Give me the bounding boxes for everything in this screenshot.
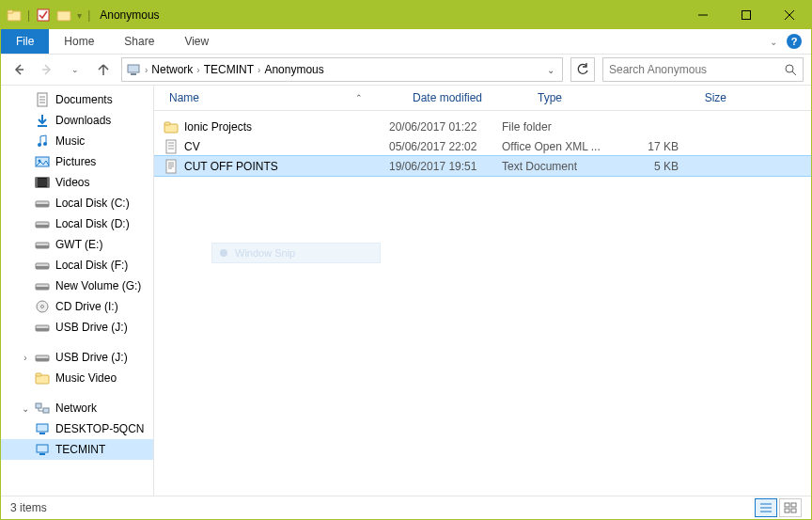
file-row[interactable]: CV05/06/2017 22:02Office Open XML ...17 … <box>154 136 811 156</box>
column-date[interactable]: Date modified <box>407 86 532 110</box>
tree-item-label: Network <box>54 402 97 415</box>
svg-rect-32 <box>36 245 49 248</box>
svg-rect-26 <box>47 178 49 187</box>
search-placeholder: Search Anonymous <box>609 63 707 76</box>
breadcrumb-item[interactable]: Anonymous <box>264 63 323 76</box>
tree-item[interactable]: Music Video <box>1 368 153 388</box>
svg-rect-11 <box>131 73 136 75</box>
close-button[interactable] <box>768 1 811 29</box>
music-icon <box>35 134 50 149</box>
file-row[interactable]: CUT OFF POINTS19/06/2017 19:51Text Docum… <box>154 156 811 176</box>
tree-item[interactable]: New Volume (G:) <box>1 276 153 296</box>
expand-icon[interactable]: ⌄ <box>20 403 31 414</box>
tree-item-label: DESKTOP-5QCN <box>54 422 144 435</box>
tree-item[interactable]: Pictures <box>1 151 153 172</box>
chevron-right-icon[interactable]: › <box>196 65 199 75</box>
file-date: 05/06/2017 22:02 <box>389 140 502 153</box>
svg-rect-34 <box>36 266 49 269</box>
svg-rect-28 <box>36 204 49 207</box>
column-name[interactable]: Name⌃ <box>164 86 407 110</box>
address-bar[interactable]: › Network › TECMINT › Anonymous ⌄ <box>121 57 563 82</box>
tree-item-label: GWT (E:) <box>54 238 102 251</box>
back-button[interactable] <box>8 59 29 80</box>
tree-item[interactable]: ⌄Network <box>1 398 153 418</box>
svg-rect-68 <box>791 509 796 512</box>
status-bar: 3 items <box>1 496 811 519</box>
refresh-button[interactable] <box>570 57 595 82</box>
recent-dropdown[interactable]: ⌄ <box>65 59 86 80</box>
folder-icon <box>35 370 50 386</box>
pic-icon <box>35 154 50 169</box>
details-view-button[interactable] <box>755 498 777 517</box>
svg-point-20 <box>43 142 47 146</box>
expand-icon[interactable]: › <box>20 353 31 363</box>
divider: | <box>27 8 30 22</box>
maximize-button[interactable] <box>725 1 768 29</box>
ribbon-expand-icon[interactable]: ⌄ <box>770 37 777 47</box>
tree-item-label: USB Drive (J:) <box>54 351 128 364</box>
up-button[interactable] <box>93 59 114 80</box>
file-rows[interactable]: Ionic Projects20/06/2017 01:22File folde… <box>154 111 811 496</box>
tree-item[interactable]: Local Disk (C:) <box>1 193 153 213</box>
tree-item[interactable]: CD Drive (I:) <box>1 296 153 317</box>
pc-icon <box>35 421 50 436</box>
share-tab[interactable]: Share <box>109 29 169 54</box>
file-type: Office Open XML ... <box>502 140 615 153</box>
folder-small-icon[interactable] <box>56 8 71 23</box>
column-type[interactable]: Type <box>532 86 657 110</box>
tree-item[interactable]: ›USB Drive (J:) <box>1 347 153 368</box>
ghost-snip-hint: Window Snip <box>211 243 381 263</box>
tree-item[interactable]: GWT (E:) <box>1 234 153 255</box>
file-name: Ionic Projects <box>184 120 252 134</box>
file-size: 5 KB <box>615 160 679 173</box>
tree-item-label: Music <box>54 134 85 148</box>
tree-item-label: Documents <box>54 93 113 106</box>
file-row[interactable]: Ionic Projects20/06/2017 01:22File folde… <box>154 117 811 136</box>
tree-item[interactable]: Local Disk (D:) <box>1 213 153 234</box>
divider: | <box>87 8 90 22</box>
properties-icon[interactable] <box>36 8 51 23</box>
tree-item[interactable]: Local Disk (F:) <box>1 255 153 276</box>
search-icon[interactable] <box>784 63 797 76</box>
minimize-button[interactable] <box>681 1 725 29</box>
view-tab[interactable]: View <box>169 29 224 54</box>
chevron-right-icon[interactable]: › <box>145 65 148 75</box>
svg-rect-25 <box>36 178 38 187</box>
tree-item[interactable]: USB Drive (J:) <box>1 317 153 338</box>
forward-button[interactable] <box>37 59 57 80</box>
tree-item[interactable]: Downloads <box>1 110 153 131</box>
tree-item[interactable]: Videos <box>1 172 153 193</box>
chevron-right-icon[interactable]: › <box>258 65 260 75</box>
tree-item[interactable]: Music <box>1 131 153 151</box>
svg-point-12 <box>786 65 793 72</box>
svg-rect-65 <box>785 503 789 507</box>
svg-rect-10 <box>128 65 139 72</box>
column-size[interactable]: Size <box>657 86 733 110</box>
folder-icon <box>164 119 179 134</box>
svg-rect-42 <box>36 358 49 361</box>
help-button[interactable]: ? <box>787 34 802 49</box>
tree-item[interactable]: TECMINT <box>1 439 153 460</box>
svg-point-38 <box>41 306 44 308</box>
breadcrumb-item[interactable]: TECMINT <box>204 63 254 76</box>
qat-dropdown[interactable]: ▾ <box>77 10 82 21</box>
tree-item[interactable]: DESKTOP-5QCN <box>1 418 153 439</box>
search-input[interactable]: Search Anonymous <box>602 57 804 82</box>
address-dropdown[interactable]: ⌄ <box>543 65 558 75</box>
ribbon-tabs: File Home Share View ⌄ ? <box>1 29 811 55</box>
drive-icon <box>35 350 50 365</box>
drive-icon <box>35 320 50 335</box>
tree-item[interactable]: Documents <box>1 89 153 110</box>
tree-item-label: Videos <box>54 176 89 189</box>
home-tab[interactable]: Home <box>49 29 109 54</box>
svg-rect-44 <box>36 373 41 376</box>
navigation-pane[interactable]: DocumentsDownloadsMusicPicturesVideosLoc… <box>1 86 154 496</box>
breadcrumb-item[interactable]: Network <box>151 63 193 76</box>
file-tab[interactable]: File <box>1 29 49 54</box>
drive-icon <box>35 196 50 211</box>
doc-icon <box>35 92 50 107</box>
svg-rect-53 <box>166 140 176 153</box>
svg-rect-50 <box>39 453 45 455</box>
thumbnails-view-button[interactable] <box>779 498 802 517</box>
svg-rect-45 <box>36 403 41 408</box>
